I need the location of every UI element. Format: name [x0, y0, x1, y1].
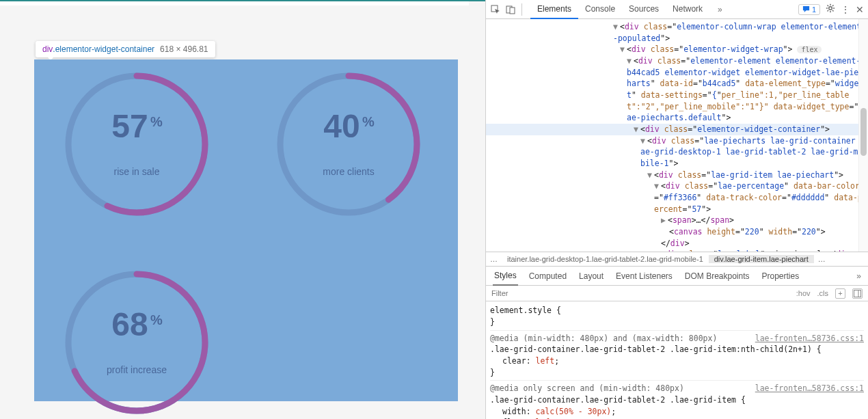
svg-point-3 — [829, 7, 832, 10]
styles-tabs: StylesComputedLayoutEvent ListenersDOM B… — [486, 267, 868, 286]
piecharts-grid: 57%rise in sale40%more clients68%profit … — [62, 69, 431, 419]
styles-tab-layout[interactable]: Layout — [578, 267, 605, 285]
messages-badge[interactable]: 1 — [798, 4, 820, 15]
pie-value: 57 — [111, 108, 148, 144]
more-styles-tabs-icon[interactable]: » — [856, 271, 861, 281]
pie-svg: 68%profit increase — [62, 267, 212, 418]
dom-node[interactable]: ▼<div class="lae-piecharts lae-grid-cont… — [486, 135, 868, 170]
inspect-tooltip: div.elementor-widget-container 618 × 496… — [36, 41, 215, 57]
devtools-panel: ElementsConsoleSourcesNetwork » 1 ⋮ ✕ ▼<… — [485, 0, 868, 419]
svg-line-8 — [828, 5, 829, 7]
dom-node[interactable]: <div class="lae-label">rise in sale</div… — [486, 249, 868, 252]
kebab-menu-icon[interactable]: ⋮ — [841, 4, 850, 15]
pie-label: rise in sale — [114, 166, 160, 177]
dom-node[interactable]: ▼<div class="elementor-widget-wrap"> fle… — [486, 44, 868, 55]
dom-scrollbar[interactable] — [858, 19, 868, 252]
inspect-icon[interactable] — [490, 4, 501, 15]
dom-node[interactable]: ▼<div class="lae-grid-item lae-piechart"… — [486, 170, 868, 181]
styles-pane: StylesComputedLayoutEvent ListenersDOM B… — [486, 267, 868, 419]
devtools-toolbar: ElementsConsoleSourcesNetwork » 1 ⋮ ✕ — [486, 0, 868, 19]
panel-tab-sources[interactable]: Sources — [622, 0, 666, 19]
page-preview: div.elementor-widget-container 618 × 496… — [0, 0, 485, 419]
cls-toggle[interactable]: .cls — [817, 289, 829, 297]
tooltip-dimensions: 618 × 496.81 — [160, 44, 208, 54]
messages-count: 1 — [812, 5, 816, 14]
pie-svg: 57%rise in sale — [62, 69, 212, 219]
piechart-1: 40%more clients — [273, 69, 424, 240]
piechart-2: 68%profit increase — [62, 267, 212, 419]
scrollbar-thumb[interactable] — [860, 108, 867, 156]
breadcrumb-selected[interactable]: div.lae-grid-item.lae-piechart — [709, 255, 814, 263]
pie-unit: % — [150, 114, 163, 129]
content-edge — [0, 1, 469, 5]
panel-tab-console[interactable]: Console — [578, 0, 622, 19]
svg-line-10 — [828, 10, 829, 12]
styles-filter-bar: :hov .cls + — [486, 286, 868, 301]
source-link[interactable]: lae-fronten…58736.css:1 — [755, 333, 864, 344]
styles-tab-event-listeners[interactable]: Event Listeners — [614, 267, 674, 285]
svg-line-9 — [832, 10, 834, 12]
pie-label: profit increase — [107, 364, 167, 375]
styles-tab-dom-breakpoints[interactable]: DOM Breakpoints — [683, 267, 751, 285]
dom-tree[interactable]: ▼<div class="elementor-column-wrap eleme… — [486, 19, 868, 252]
elementor-widget-container: 57%rise in sale40%more clients68%profit … — [34, 59, 458, 401]
css-rule[interactable]: lae-fronten…58736.css:1@media (min-width… — [490, 331, 864, 381]
dom-node[interactable]: </div> — [486, 238, 868, 249]
piechart-0: 57%rise in sale — [62, 69, 212, 240]
dom-breadcrumbs[interactable]: … itainer.lae-grid-desktop-1.lae-grid-ta… — [486, 252, 868, 267]
toolbar-divider — [521, 3, 522, 16]
settings-icon[interactable] — [826, 3, 835, 15]
tooltip-class: .elementor-widget-container — [53, 44, 154, 54]
pie-value: 68 — [111, 306, 148, 342]
pie-value: 40 — [323, 108, 360, 144]
svg-rect-12 — [854, 290, 861, 297]
dom-node[interactable]: ▼<div class="lae-percentage" data-bar-co… — [486, 180, 868, 215]
hov-toggle[interactable]: :hov — [796, 289, 811, 297]
styles-tab-properties[interactable]: Properties — [761, 267, 801, 285]
pie-unit: % — [150, 312, 163, 327]
styles-filter-input[interactable] — [486, 286, 791, 300]
panel-tab-network[interactable]: Network — [666, 0, 709, 19]
pie-label: more clients — [323, 166, 374, 177]
dom-node[interactable]: ▼<div class="elementor-element elementor… — [486, 55, 868, 124]
pie-svg: 40%more clients — [273, 69, 424, 219]
svg-rect-2 — [510, 8, 515, 14]
styles-tab-styles[interactable]: Styles — [493, 267, 518, 286]
breadcrumb-overflow-left[interactable]: … — [486, 255, 502, 263]
breadcrumb-ancestor[interactable]: itainer.lae-grid-desktop-1.lae-grid-tabl… — [502, 255, 709, 263]
breadcrumb-overflow-right[interactable]: … — [814, 255, 830, 263]
panel-tab-elements[interactable]: Elements — [530, 0, 578, 19]
new-rule-button[interactable]: + — [835, 288, 845, 299]
device-toggle-icon[interactable] — [505, 4, 516, 15]
svg-line-11 — [832, 5, 834, 7]
close-icon[interactable]: ✕ — [856, 4, 864, 15]
styles-tab-computed[interactable]: Computed — [528, 267, 568, 285]
source-link[interactable]: lae-fronten…58736.css:1 — [755, 383, 864, 394]
css-rule[interactable]: element.style {} — [490, 303, 864, 330]
css-rule[interactable]: lae-fronten…58736.css:1@media only scree… — [490, 381, 864, 419]
pie-unit: % — [362, 114, 375, 129]
more-tabs-icon[interactable]: » — [714, 5, 727, 14]
dom-node[interactable]: ▶<span>…</span> — [486, 215, 868, 226]
panel-layout-icon[interactable] — [852, 288, 863, 299]
dom-node[interactable]: ▼<div class="elementor-widget-container"… — [486, 124, 868, 135]
css-rules[interactable]: element.style {}lae-fronten…58736.css:1@… — [486, 301, 868, 419]
dom-node[interactable]: <canvas height="220" width="220"> — [486, 226, 868, 238]
devtools-tabs: ElementsConsoleSourcesNetwork — [530, 0, 709, 19]
dom-node[interactable]: ▼<div class="elementor-column-wrap eleme… — [486, 21, 868, 44]
tooltip-tag: div — [42, 44, 53, 54]
